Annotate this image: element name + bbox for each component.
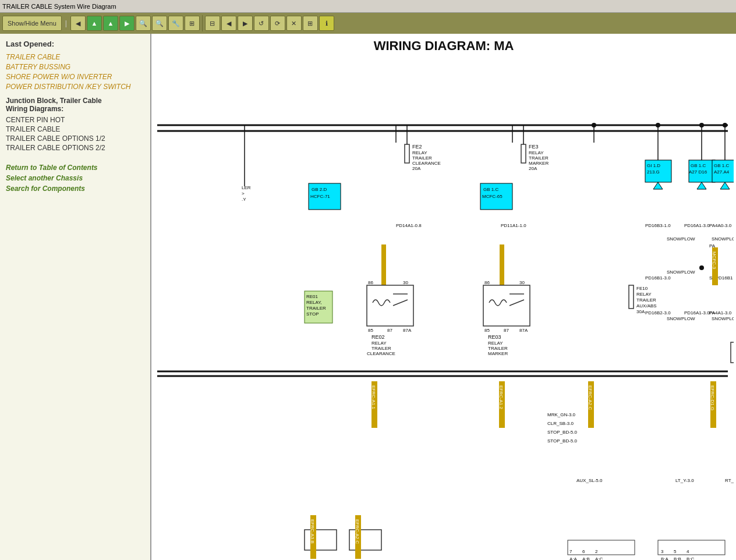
re03-num4: 87 (504, 328, 509, 333)
nav-back-button[interactable]: ◀ (70, 16, 86, 31)
diagram-area[interactable]: WIRING DIAGRAM: MA GB 2.D HCFC-71 (151, 34, 736, 560)
fe3-trailer: TRAILER (529, 155, 549, 161)
sidebar-link-options-1[interactable]: TRAILER CABLE OPTIONS 1/2 (6, 134, 144, 143)
nav-forward-button[interactable]: ▲ (103, 16, 118, 31)
re02-trailer2: TRAILER (371, 346, 391, 351)
diagram-canvas: GB 2.D HCFC-71 GB 1.C MCFC-65 GI 1.D 213… (151, 58, 734, 560)
connector-bottom-1 (305, 530, 337, 550)
grid-button[interactable]: ⊞ (303, 16, 318, 31)
zoom-in-button[interactable]: 🔍 (136, 16, 151, 31)
dot-1 (592, 123, 596, 127)
sidebar-link-select-chassis[interactable]: Select another Chassis (6, 174, 144, 182)
gb2d-label2: HCFC-71 (310, 194, 330, 199)
pa4a0-label: PA4A0-3.0 (709, 223, 732, 228)
toolbar: Show/Hide Menu | ◀ ▲ ▲ ▶ 🔍 🔍 🔧 ⊞ ⊟ ◀ ▶ ↺… (0, 13, 736, 34)
close-btn[interactable]: ✕ (286, 16, 302, 31)
gb1c3-arrow (720, 182, 730, 189)
nav-up-button[interactable]: ▲ (87, 16, 102, 31)
conn-a-b: A:B (582, 557, 590, 560)
re03-num3: 85 (484, 328, 490, 333)
re03-relay2: RELAY (488, 341, 503, 346)
reload-button[interactable]: ⟳ (270, 16, 285, 31)
efrc-a1-2-group: EFRC-A1.2 (498, 381, 505, 428)
sidebar-link-shore-power[interactable]: SHORE POWER W/O INVERTER (6, 73, 144, 81)
ler-label-1: LER (242, 185, 251, 190)
re03-trailer2: TRAILER (488, 346, 508, 351)
zoom-out-button[interactable]: 🔍 (152, 16, 167, 31)
mcfc3-label: MCFC-3 (712, 251, 717, 270)
fuse-fe2 (405, 144, 409, 163)
mcfc3-group: MCFC-3 (712, 247, 718, 285)
re03-relay (483, 285, 530, 326)
fe10-auxabs: AUX/ABS (636, 303, 657, 309)
re03-marker2: MARKER (488, 351, 508, 356)
fe3-relay: RELAY (529, 150, 544, 155)
gb1c2-label2: A27 D16 (689, 169, 707, 175)
sidebar-link-trailer-cable2[interactable]: TRAILER CABLE (6, 125, 144, 133)
efrc-a3b-label: EFRC-A3.B (310, 519, 315, 544)
fe10-trailer: TRAILER (636, 297, 656, 303)
icon-btn-1[interactable]: ⊟ (205, 16, 220, 31)
pd16b1-label: PD16B1-3.0 (645, 275, 671, 281)
title-bar: TRAILER CABLE System Wire Diagram (0, 0, 736, 13)
pin-4: 4 (687, 549, 689, 554)
re02-relay2: RELAY (371, 341, 387, 346)
tools-button[interactable]: 🔧 (168, 16, 183, 31)
title-bar-text: TRAILER CABLE System Wire Diagram (2, 3, 116, 10)
stop-bd-label: STOP_BD-5.0 (547, 430, 578, 435)
yellow-bar-efrc-d1d (381, 244, 386, 291)
snowplow-1: SNOWPLOW (667, 236, 695, 242)
gb1c2-arrow (697, 182, 706, 189)
re02-num2: 30 (403, 280, 408, 285)
nav-next-button[interactable]: ▶ (238, 16, 253, 31)
fuse-fe10 (629, 285, 634, 309)
sidebar-link-battery[interactable]: BATTERY BUSSING (6, 63, 144, 71)
re02-num5: 87A (403, 328, 412, 333)
pa4a1-label: PA4A1-3.0 (709, 310, 732, 316)
snowplow-4: SNOWPLOW (712, 236, 734, 242)
refresh-button[interactable]: ↺ (254, 16, 269, 31)
conn-a-a: A:A (569, 557, 578, 560)
sidebar-link-center-pin[interactable]: CENTER PIN HOT (6, 116, 144, 124)
mrk-gn-label: MRK_GN-3.0 (547, 412, 576, 417)
sidebar-link-return[interactable]: Return to Table of Contents (6, 164, 144, 172)
nav-prev-button[interactable]: ◀ (221, 16, 236, 31)
re01-trailer: TRAILER (306, 306, 326, 311)
conn-b-c: B:C (687, 557, 695, 560)
fe3-amp: 20A (529, 166, 537, 171)
fit-button[interactable]: ⊞ (185, 16, 200, 31)
efrc-a1-1-label: EFRC-A1.1 (371, 385, 376, 409)
sidebar-link-trailer-cable[interactable]: TRAILER CABLE (6, 53, 144, 61)
fuse-fe3 (521, 144, 526, 163)
clr-sb-label: CLR_SB-3.0 (547, 421, 574, 426)
rt-gn-label: RT_GN-3.0 (725, 478, 734, 483)
fe2-amp: 20A (412, 166, 421, 171)
gb1c3-label2: A27.A4 (714, 169, 730, 175)
connector-bottom-2 (349, 530, 381, 550)
pd16a1-label: PD16A1-3.0 (684, 223, 710, 228)
conn-b-b: B:B (674, 557, 681, 560)
sidebar-link-search[interactable]: Search for Components (6, 185, 144, 193)
re01-id: RE01 (306, 294, 319, 299)
re03-label: RE03 (488, 334, 501, 340)
re01-stop: STOP (306, 311, 319, 317)
gb1c1-label: GB 1.C (483, 187, 498, 192)
pin-6: 6 (582, 549, 585, 554)
nav-right-button[interactable]: ▶ (119, 16, 135, 31)
sidebar-link-options-2[interactable]: TRAILER CABLE OPTIONS 2/2 (6, 144, 144, 152)
re02-relay (367, 285, 413, 326)
re03-num5: 87A (519, 328, 528, 333)
wiring-diagram-svg: GB 2.D HCFC-71 GB 1.C MCFC-65 GI 1.D 213… (151, 58, 734, 560)
re02-num4: 87 (387, 328, 392, 333)
connector-row-1 (568, 540, 635, 555)
snowplow-3: SNOWPLOW (667, 316, 695, 321)
dot-4 (723, 123, 727, 127)
fe3-label: FE3 (529, 144, 539, 150)
re02-num3: 85 (368, 328, 373, 333)
show-hide-button[interactable]: Show/Hide Menu (2, 16, 62, 31)
re01-relay: RELAY, (306, 300, 322, 305)
info-button[interactable]: ℹ (319, 16, 334, 31)
efrc-a1-1-group: EFRC-A1.1 (371, 381, 377, 428)
sidebar-link-power-dist[interactable]: POWER DISTRIBUTION /KEY SWITCH (6, 83, 144, 91)
dot-2 (656, 123, 660, 127)
